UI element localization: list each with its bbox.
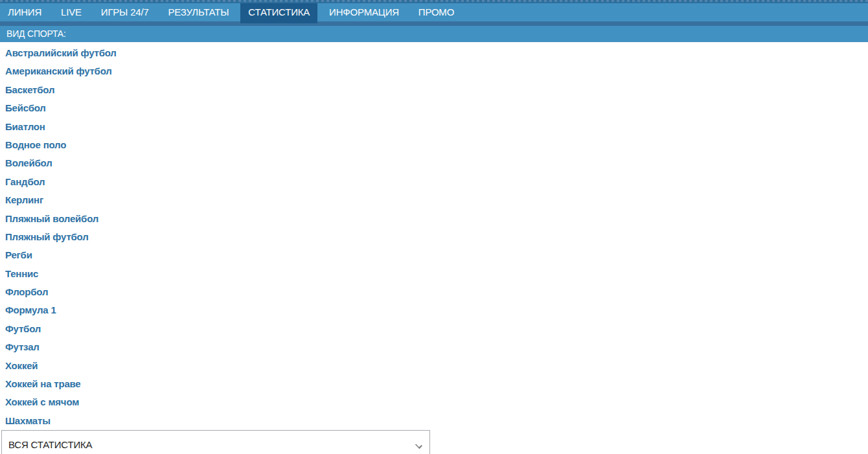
sport-kind-header: ВИД СПОРТА:	[0, 26, 868, 42]
list-item: Хоккей на траве	[5, 375, 868, 393]
sport-link[interactable]: Австралийский футбол	[5, 47, 117, 58]
sport-link[interactable]: Биатлон	[5, 121, 45, 132]
nav-tab[interactable]: СТАТИСТИКА	[240, 3, 317, 23]
list-item: Регби	[5, 246, 868, 264]
list-item: Керлинг	[5, 191, 868, 209]
sport-link[interactable]: Водное поло	[5, 139, 66, 150]
list-item: Футбол	[5, 320, 868, 338]
list-item: Волейбол	[5, 154, 868, 172]
list-item: Американский футбол	[5, 62, 868, 80]
list-item: Баскетбол	[5, 81, 868, 99]
list-item: Гандбол	[5, 173, 868, 191]
sport-link[interactable]: Флорбол	[5, 286, 48, 297]
list-item: Флорбол	[5, 283, 868, 301]
list-item: Пляжный волейбол	[5, 210, 868, 228]
sport-link[interactable]: Гандбол	[5, 176, 45, 187]
sport-link[interactable]: Регби	[5, 249, 32, 260]
sport-link[interactable]: Американский футбол	[5, 65, 112, 76]
statistics-filter-select[interactable]: ВСЯ СТАТИСТИКА	[1, 430, 430, 454]
sport-link[interactable]: Хоккей с мячом	[5, 396, 79, 407]
list-item: Австралийский футбол	[5, 44, 868, 62]
list-item: Хоккей с мячом	[5, 393, 868, 411]
statistics-filter-value: ВСЯ СТАТИСТИКА	[2, 439, 92, 450]
list-item: Футзал	[5, 338, 868, 356]
sport-link[interactable]: Хоккей на траве	[5, 378, 81, 389]
nav-tab[interactable]: РЕЗУЛЬТАТЫ	[161, 3, 237, 21]
sport-link[interactable]: Баскетбол	[5, 84, 54, 95]
list-item: Пляжный футбол	[5, 228, 868, 246]
sport-link[interactable]: Футбол	[5, 323, 41, 334]
nav-tab[interactable]: ИНФОРМАЦИЯ	[321, 3, 407, 21]
sport-link[interactable]: Бейсбол	[5, 102, 46, 113]
sport-link[interactable]: Керлинг	[5, 194, 43, 205]
list-item: Хоккей	[5, 357, 868, 375]
nav-tab[interactable]: ПРОМО	[411, 3, 462, 21]
nav-tab[interactable]: LIVE	[53, 3, 89, 21]
list-item: Формула 1	[5, 301, 868, 319]
sport-kind-label: ВИД СПОРТА:	[6, 28, 66, 39]
sport-link[interactable]: Пляжный футбол	[5, 231, 89, 242]
chevron-down-icon	[415, 442, 421, 448]
sport-link[interactable]: Футзал	[5, 341, 40, 352]
sport-link[interactable]: Шахматы	[5, 415, 51, 426]
sport-link[interactable]: Хоккей	[5, 360, 38, 371]
list-item: Шахматы	[5, 412, 868, 430]
list-item: Бейсбол	[5, 99, 868, 117]
sport-link[interactable]: Теннис	[5, 268, 38, 279]
nav-divider	[0, 21, 868, 26]
list-item: Теннис	[5, 265, 868, 283]
sport-link[interactable]: Пляжный волейбол	[5, 213, 98, 224]
nav-tab[interactable]: ЛИНИЯ	[0, 3, 49, 21]
nav-tab[interactable]: ИГРЫ 24/7	[93, 3, 157, 21]
main-nav-tabs: ЛИНИЯ LIVE ИГРЫ 24/7 РЕЗУЛЬТАТЫ СТАТИСТИ…	[0, 3, 868, 21]
list-item: Водное поло	[5, 136, 868, 154]
sport-link[interactable]: Волейбол	[5, 157, 52, 168]
list-item: Биатлон	[5, 118, 868, 136]
sports-list: Австралийский футбол Американский футбол…	[0, 44, 868, 430]
sport-link[interactable]: Формула 1	[5, 304, 56, 315]
top-nav: ЛИНИЯ LIVE ИГРЫ 24/7 РЕЗУЛЬТАТЫ СТАТИСТИ…	[0, 0, 868, 26]
